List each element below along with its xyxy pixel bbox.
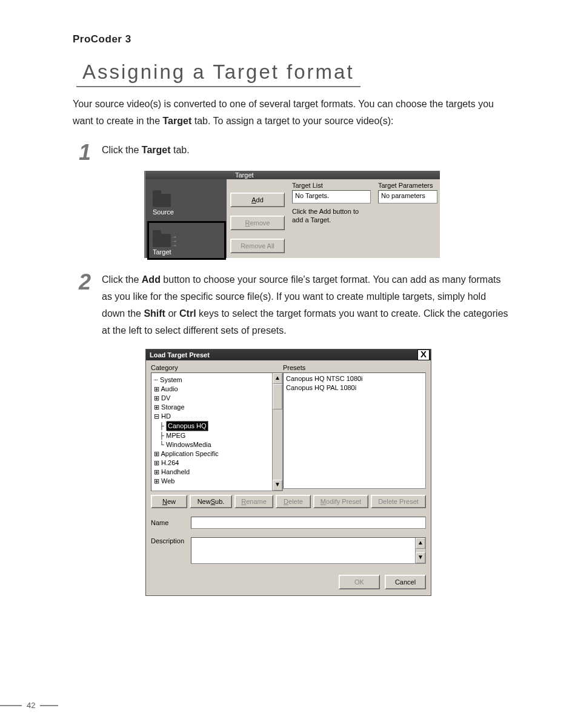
nav-source-label: Source [153,208,174,216]
new-sub-button[interactable]: New Sub. [190,495,232,508]
nav-source[interactable]: Source [149,183,224,218]
scroll-up-icon[interactable]: ▲ [273,373,282,384]
remove-button[interactable]: Remove [230,216,285,230]
folder-icon [153,194,171,207]
step1-a: Click the [102,145,142,155]
section-title: Assigning a Target format [76,61,360,87]
s2b1: Add [142,274,161,285]
tree-h264[interactable]: ⊞ H.264 [154,458,280,468]
presets-list[interactable]: Canopus HQ NTSC 1080i Canopus HQ PAL 108… [283,372,426,489]
add-u: A [251,196,256,204]
s2a: Click the [102,274,142,285]
tab-strip: Target [145,171,440,179]
modify-preset-button[interactable]: Modify Preset [313,495,368,508]
screenshot-load-target-preset: Load Target Preset X Category ┈ System ⊞… [145,349,431,596]
name-label: Name [151,519,185,526]
scroll-thumb[interactable] [273,384,282,409]
page-number: 42 [27,701,35,710]
folder-arrows-icon [153,234,171,247]
preset-item-2[interactable]: Canopus HQ PAL 1080i [286,383,423,392]
tree-web[interactable]: ⊞ Web [154,477,280,486]
tree-windowsmedia[interactable]: └ WindowsMedia [154,440,280,449]
target-params-column: Target Parameters No parameters [374,179,440,258]
remove-u: R [245,219,250,227]
intro-bold: Target [163,116,192,126]
step-1-text: Click the Target tab. [102,142,511,164]
scroll-down-icon[interactable]: ▼ [273,480,282,491]
s2c: or [165,308,179,319]
footer-line-left [0,705,22,706]
step-2-number: 2 [67,271,91,339]
ok-button[interactable]: OK [339,575,380,589]
tree-scrollbar[interactable]: ▲ ▼ [272,373,282,491]
button-column: Add Remove Remove All [227,179,288,258]
remove-all-button[interactable]: Remove All [230,239,285,253]
step1-bold: Target [142,145,171,155]
step1-b: tab. [171,145,190,155]
tab-target[interactable]: Target [235,171,254,179]
page-footer: 42 [0,701,58,710]
target-list-column: Target List No Targets. Click the Add bu… [288,179,374,258]
name-input[interactable] [191,517,426,529]
tree-system[interactable]: ┈ System [154,376,280,385]
category-tree[interactable]: ┈ System ⊞ Audio ⊞ DV ⊞ Storage ⊟ HD ├ C… [151,372,283,491]
nav-target[interactable]: Target [149,223,224,258]
add-rest: dd [256,196,264,204]
add-button[interactable]: Add [230,193,285,207]
nav-target-label: Target [153,248,171,256]
step-1-number: 1 [67,142,91,164]
target-list-header: Target List [292,182,371,189]
delete-preset-button[interactable]: Delete Preset [371,495,426,508]
close-icon[interactable]: X [417,349,430,360]
rename-button[interactable]: Rename [234,495,273,508]
desc-scroll-down-icon[interactable]: ▼ [416,552,425,563]
description-scrollbar[interactable]: ▲ ▼ [415,538,425,563]
screenshot-target-tab: Target Source Target Add Remove Remove A… [145,171,440,258]
presets-label: Presets [283,364,426,371]
desc-scroll-up-icon[interactable]: ▲ [416,538,425,549]
remove-rest: emove [250,219,270,227]
dialog-title: Load Target Preset [150,351,210,359]
tree-handheld[interactable]: ⊞ Handheld [154,468,280,477]
description-input[interactable]: ▲ ▼ [191,537,426,564]
tree-storage[interactable]: ⊞ Storage [154,403,280,412]
target-list-value: No Targets. [292,190,371,204]
delete-button[interactable]: Delete [276,495,311,508]
new-button[interactable]: New [151,495,187,508]
s2b2: Shift [144,308,165,319]
intro-paragraph: Your source video(s) is converted to one… [73,96,511,130]
dialog-titlebar: Load Target Preset X [146,349,431,360]
cancel-button[interactable]: Cancel [385,575,426,589]
s2b3: Ctrl [179,308,196,319]
nav-column: Source Target [145,179,227,258]
tree-canopus-hq[interactable]: ├ Canopus HQ [154,421,280,431]
product-title: ProCoder 3 [73,33,511,45]
intro-text-b: tab. To assign a target to your source v… [191,116,393,126]
footer-line-right [40,705,58,706]
preset-item-1[interactable]: Canopus HQ NTSC 1080i [286,374,423,383]
tree-mpeg[interactable]: ├ MPEG [154,431,280,440]
target-list-hint: Click the Add button to add a Target. [292,207,371,225]
description-label: Description [151,537,185,544]
tree-audio[interactable]: ⊞ Audio [154,385,280,394]
target-params-value: No parameters [378,190,437,204]
tree-dv[interactable]: ⊞ DV [154,394,280,403]
category-label: Category [151,364,283,371]
target-params-header: Target Parameters [378,182,437,189]
step-2-text: Click the Add button to choose your sour… [102,271,511,339]
tree-hd[interactable]: ⊟ HD [154,412,280,421]
tree-application-specific[interactable]: ⊞ Application Specific [154,449,280,458]
